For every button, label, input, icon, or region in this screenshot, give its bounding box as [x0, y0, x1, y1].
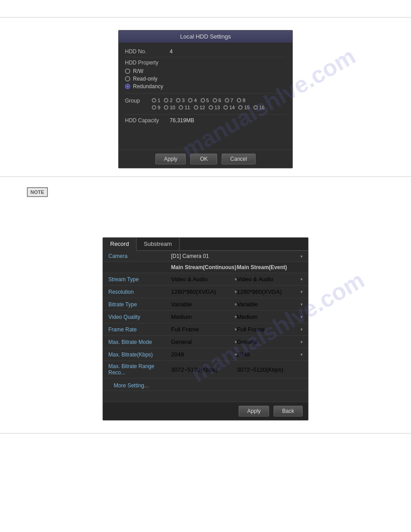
- capacity-value: 76,319MB: [170, 117, 194, 124]
- bitrate-type-arrow2: ▾: [300, 302, 303, 307]
- bitrate-type-label: Bitrate Type: [108, 301, 171, 308]
- max-bitrate-mode-col2[interactable]: General ▾: [237, 339, 303, 345]
- radio-readonly[interactable]: Read-only: [125, 76, 286, 82]
- frame-rate-arrow2: ▾: [300, 327, 303, 332]
- frame-rate-row: Frame Rate Full Frame ▾ Full Frame ▾: [103, 323, 308, 336]
- camera-row: Camera [D1] Camera 01 ▾: [103, 251, 308, 262]
- tab-record[interactable]: Record: [103, 238, 137, 251]
- max-bitrate-kbps-val2: 2048: [237, 351, 250, 358]
- spacer-area: [0, 202, 411, 237]
- camera-value: [D1] Camera 01: [171, 253, 209, 259]
- bitrate-type-col1[interactable]: Variable ▾: [171, 301, 237, 308]
- stream-type-col1[interactable]: Video & Audio ▾: [171, 276, 237, 283]
- group-radio-8[interactable]: 8: [237, 98, 245, 103]
- record-spacer: [103, 391, 308, 402]
- group-radio-9[interactable]: 9: [152, 105, 160, 110]
- video-quality-row: Video Quality Medium ▾ Medium ▾: [103, 311, 308, 323]
- camera-value-container[interactable]: [D1] Camera 01 ▾: [171, 253, 303, 259]
- max-bitrate-kbps-label: Max. Bitrate(Kbps): [108, 352, 171, 358]
- hdd-property-section: HDD Property R/W Read-only Redundancy: [125, 57, 286, 94]
- radio-rw[interactable]: R/W: [125, 68, 286, 74]
- max-bitrate-kbps-arrow2: ▾: [300, 352, 303, 357]
- bitrate-type-values: Variable ▾ Variable ▾: [171, 301, 303, 308]
- group-radio-11[interactable]: 11: [179, 105, 190, 110]
- max-bitrate-mode-col1[interactable]: General ▾: [171, 339, 237, 345]
- group-radio-13[interactable]: 13: [209, 105, 220, 110]
- note-icon: NOTE: [27, 187, 48, 197]
- record-tabs: Record Substream: [103, 238, 308, 251]
- stream-type-col2[interactable]: Video & Audio ▾: [237, 276, 303, 283]
- resolution-col2[interactable]: 1280*960(XVGA) ▾: [237, 288, 303, 295]
- max-bitrate-range-values: 3072~5120(Kbps) 3072~5120(Kbps): [171, 366, 303, 373]
- frame-rate-label: Frame Rate: [108, 326, 171, 333]
- group-radio-14[interactable]: 14: [223, 105, 235, 110]
- max-bitrate-mode-arrow2: ▾: [300, 339, 303, 344]
- max-bitrate-range-val1: 3072~5120(Kbps): [171, 366, 218, 373]
- group-row-2: 9 10 11 12 13 14 15 16: [152, 105, 268, 110]
- video-quality-col1[interactable]: Medium ▾: [171, 313, 237, 320]
- hdd-no-label: HDD No.: [125, 48, 170, 55]
- group-radio-15[interactable]: 15: [238, 105, 249, 110]
- group-radio-10[interactable]: 10: [164, 105, 175, 110]
- group-radio-1[interactable]: 1: [152, 98, 160, 103]
- apply-button[interactable]: Apply: [155, 154, 186, 164]
- record-apply-button[interactable]: Apply: [239, 406, 269, 416]
- max-bitrate-mode-val1: General: [171, 339, 192, 345]
- frame-rate-values: Full Frame ▾ Full Frame ▾: [171, 326, 303, 333]
- bitrate-type-row: Bitrate Type Variable ▾ Variable ▾: [103, 298, 308, 311]
- radio-circle-14: [223, 105, 228, 110]
- cancel-button[interactable]: Cancel: [222, 154, 255, 164]
- encoding-col-event: Main Stream(Event): [237, 264, 303, 270]
- top-section: Local HDD Settings HDD No. 4 HDD Propert…: [0, 26, 411, 168]
- resolution-col1[interactable]: 1280*960(XVGA) ▾: [171, 288, 237, 295]
- video-quality-val1: Medium: [171, 313, 192, 320]
- frame-rate-val1: Full Frame: [171, 326, 199, 333]
- max-bitrate-kbps-row: Max. Bitrate(Kbps) 2048 ▾ 2048 ▾: [103, 348, 308, 361]
- group-radio-3[interactable]: 3: [176, 98, 184, 103]
- stream-type-val2: Video & Audio: [237, 276, 273, 283]
- group-radio-5[interactable]: 5: [201, 98, 209, 103]
- record-back-button[interactable]: Back: [274, 406, 303, 416]
- group-section: Group 1 2 3 4 5 6 7 8: [125, 94, 286, 115]
- group-radio-2[interactable]: 2: [164, 98, 172, 103]
- max-bitrate-kbps-col1[interactable]: 2048 ▾: [171, 351, 237, 358]
- stream-type-values: Video & Audio ▾ Video & Audio ▾: [171, 276, 303, 283]
- radio-circle-15: [238, 105, 243, 110]
- group-radio-7[interactable]: 7: [225, 98, 233, 103]
- max-bitrate-kbps-val1: 2048: [171, 351, 184, 358]
- stream-type-label: Stream Type: [108, 276, 171, 283]
- page-wrapper: manualshlve.com manualshlve.com Local HD…: [0, 0, 411, 532]
- group-label: Group: [125, 98, 152, 104]
- dialog-body: HDD No. 4 HDD Property R/W Read-only: [119, 43, 292, 150]
- video-quality-col2[interactable]: Medium ▾: [237, 313, 303, 320]
- radio-circle-7: [225, 98, 229, 103]
- group-radio-12[interactable]: 12: [194, 105, 205, 110]
- group-radios-container: 1 2 3 4 5 6 7 8 9 10: [152, 98, 268, 110]
- group-radio-4[interactable]: 4: [188, 98, 197, 103]
- bitrate-type-col2[interactable]: Variable ▾: [237, 301, 303, 308]
- capacity-label: HDD Capacity: [125, 117, 170, 124]
- tab-substream[interactable]: Substream: [137, 238, 180, 250]
- resolution-val1: 1280*960(XVGA): [171, 288, 216, 295]
- camera-dropdown-arrow: ▾: [300, 254, 303, 259]
- video-quality-values: Medium ▾ Medium ▾: [171, 313, 303, 320]
- more-setting-row: More Setting...: [103, 378, 308, 391]
- frame-rate-col1[interactable]: Full Frame ▾: [171, 326, 237, 333]
- camera-label: Camera: [108, 253, 171, 259]
- radio-circle-3: [176, 98, 180, 103]
- middle-divider: [0, 176, 411, 177]
- ok-button[interactable]: OK: [190, 154, 217, 164]
- radio-redundancy[interactable]: Redundancy: [125, 83, 286, 90]
- group-radio-16[interactable]: 16: [253, 105, 265, 110]
- hdd-dialog: Local HDD Settings HDD No. 4 HDD Propert…: [118, 30, 293, 168]
- group-radio-6[interactable]: 6: [213, 98, 221, 103]
- max-bitrate-range-val2: 3072~5120(Kbps): [237, 366, 283, 373]
- max-bitrate-kbps-col2[interactable]: 2048 ▾: [237, 351, 303, 358]
- dialog-spacer: [125, 127, 286, 145]
- max-bitrate-mode-label: Max. Bitrate Mode: [108, 339, 171, 345]
- radio-circle-6: [213, 98, 217, 103]
- radio-redundancy-circle: [125, 84, 130, 89]
- stream-type-row: Stream Type Video & Audio ▾ Video & Audi…: [103, 273, 308, 286]
- frame-rate-col2[interactable]: Full Frame ▾: [237, 326, 303, 333]
- more-setting-link[interactable]: More Setting...: [108, 379, 154, 392]
